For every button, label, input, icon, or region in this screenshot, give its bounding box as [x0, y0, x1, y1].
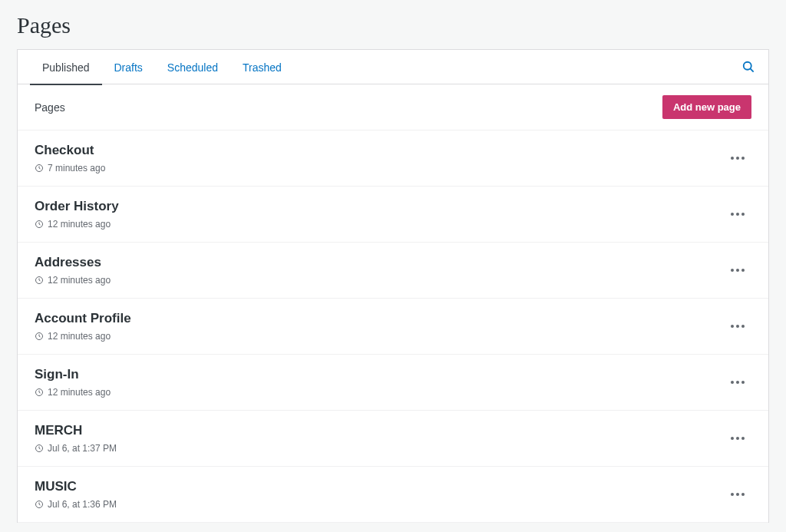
list-item[interactable]: MERCH Jul 6, at 1:37 PM	[18, 411, 768, 467]
item-meta: 12 minutes ago	[35, 331, 131, 342]
list-item[interactable]: Order History 12 minutes ago	[18, 187, 768, 243]
more-icon[interactable]	[724, 262, 751, 279]
item-timestamp: Jul 6, at 1:36 PM	[48, 499, 117, 510]
tabs-list: Published Drafts Scheduled Trashed	[30, 50, 294, 84]
clock-icon	[35, 332, 44, 341]
svg-point-4	[736, 157, 739, 160]
search-icon[interactable]	[741, 59, 756, 74]
item-timestamp: 12 minutes ago	[48, 387, 111, 398]
svg-point-24	[736, 437, 739, 440]
svg-point-7	[731, 213, 734, 216]
item-title: Order History	[35, 199, 119, 214]
list-item[interactable]: MUSIC Jul 6, at 1:36 PM	[18, 467, 768, 523]
list-heading: Pages	[35, 101, 65, 114]
svg-point-0	[744, 62, 751, 70]
page-title: Pages	[0, 0, 786, 49]
pages-list: Pages Add new page Checkout 7 minutes ag…	[17, 84, 769, 523]
more-icon[interactable]	[724, 486, 751, 503]
item-title: Sign-In	[35, 367, 111, 382]
more-icon[interactable]	[724, 150, 751, 167]
svg-point-3	[731, 157, 734, 160]
item-meta: Jul 6, at 1:36 PM	[35, 499, 117, 510]
svg-point-23	[731, 437, 734, 440]
item-meta: 12 minutes ago	[35, 275, 111, 286]
item-title: Checkout	[35, 143, 105, 158]
item-timestamp: 12 minutes ago	[48, 219, 111, 230]
item-title: MERCH	[35, 423, 117, 438]
svg-point-28	[736, 493, 739, 496]
svg-point-9	[741, 213, 745, 216]
item-meta: 12 minutes ago	[35, 219, 119, 230]
svg-point-13	[741, 269, 745, 272]
tab-drafts[interactable]: Drafts	[102, 50, 155, 85]
item-title: Addresses	[35, 255, 111, 270]
tab-published[interactable]: Published	[30, 50, 102, 85]
tab-scheduled[interactable]: Scheduled	[155, 50, 230, 85]
clock-icon	[35, 276, 44, 285]
svg-point-11	[731, 269, 734, 272]
item-meta: 7 minutes ago	[35, 163, 105, 173]
svg-point-12	[736, 269, 739, 272]
more-icon[interactable]	[724, 206, 751, 223]
clock-icon	[35, 388, 44, 397]
svg-point-5	[741, 157, 745, 160]
more-icon[interactable]	[724, 430, 751, 447]
svg-point-19	[731, 381, 734, 384]
clock-icon	[35, 164, 44, 173]
tab-trashed[interactable]: Trashed	[230, 50, 294, 85]
item-title: Account Profile	[35, 311, 131, 326]
svg-line-1	[751, 69, 754, 72]
svg-point-25	[741, 437, 745, 440]
list-item[interactable]: Account Profile 12 minutes ago	[18, 299, 768, 355]
clock-icon	[35, 500, 44, 509]
item-title: MUSIC	[35, 479, 117, 494]
svg-point-29	[741, 493, 745, 496]
list-item[interactable]: Sign-In 12 minutes ago	[18, 355, 768, 411]
tabs-bar: Published Drafts Scheduled Trashed	[17, 49, 769, 84]
svg-point-16	[736, 325, 739, 328]
item-timestamp: 12 minutes ago	[48, 331, 111, 342]
svg-point-15	[731, 325, 734, 328]
list-item[interactable]: Addresses 12 minutes ago	[18, 243, 768, 299]
svg-point-17	[741, 325, 745, 328]
svg-point-20	[736, 381, 739, 384]
svg-point-21	[741, 381, 745, 384]
item-timestamp: 7 minutes ago	[48, 163, 105, 173]
more-icon[interactable]	[724, 318, 751, 335]
item-meta: Jul 6, at 1:37 PM	[35, 443, 117, 454]
more-icon[interactable]	[724, 374, 751, 391]
item-timestamp: 12 minutes ago	[48, 275, 111, 286]
list-header: Pages Add new page	[18, 84, 768, 131]
clock-icon	[35, 220, 44, 229]
item-meta: 12 minutes ago	[35, 387, 111, 398]
clock-icon	[35, 444, 44, 453]
list-item[interactable]: Checkout 7 minutes ago	[18, 131, 768, 187]
svg-point-8	[736, 213, 739, 216]
add-new-page-button[interactable]: Add new page	[662, 95, 751, 119]
item-timestamp: Jul 6, at 1:37 PM	[48, 443, 117, 454]
svg-point-27	[731, 493, 734, 496]
